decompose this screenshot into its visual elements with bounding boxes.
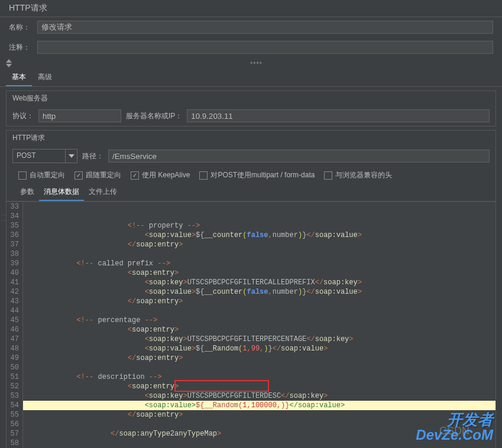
code-line[interactable] <box>23 306 495 316</box>
follow-redirect-label: 跟随重定向 <box>86 170 121 180</box>
protocol-input[interactable] <box>38 109 121 122</box>
method-value: POST <box>12 149 66 163</box>
name-input[interactable] <box>37 21 493 34</box>
browser-compat-checkbox[interactable] <box>324 171 332 180</box>
code-line[interactable]: <soap:key>UTSCSPBCPCFGFILTERCALLEDPREFIX… <box>23 278 495 287</box>
code-line[interactable] <box>23 249 495 259</box>
protocol-label: 协议： <box>12 111 34 121</box>
http-request-section: HTTP请求 POST 路径： 自动重定向 跟随重定向 使用 KeepAlive… <box>6 130 496 448</box>
web-server-section: Web服务器 协议： 服务器名称或IP： <box>6 90 496 126</box>
code-area[interactable]: <!-- property --> <soap:value>${__counte… <box>23 202 495 448</box>
code-line[interactable]: <soap:value>${__counter(false,number)}</… <box>23 287 495 297</box>
method-dropdown-icon[interactable] <box>66 149 77 163</box>
panel-title: HTTP请求 <box>0 0 502 17</box>
code-line[interactable]: <soap:value>${__Random(1,100000,)}</soap… <box>23 401 495 410</box>
code-line[interactable]: <soap:key>UTSCSPBCPCFGFILTERDESC</soap:k… <box>23 391 495 401</box>
code-line[interactable]: <soap:entry> <box>23 325 495 335</box>
tab-params[interactable]: 参数 <box>15 184 39 201</box>
code-line[interactable]: </soap:entry> <box>23 353 495 363</box>
code-line[interactable]: <!-- called prefix --> <box>23 259 495 268</box>
auto-redirect-checkbox[interactable] <box>18 171 27 180</box>
name-label: 名称： <box>9 22 33 33</box>
tab-body-data[interactable]: 消息体数据 <box>39 184 84 201</box>
code-line[interactable]: <!-- property --> <box>23 221 495 231</box>
code-editor[interactable]: 3334353637383940414243444546474849505152… <box>7 202 495 448</box>
method-select[interactable]: POST <box>12 149 77 163</box>
tab-basic[interactable]: 基本 <box>6 69 32 86</box>
comment-label: 注释： <box>9 43 33 53</box>
multipart-checkbox[interactable] <box>199 171 208 180</box>
comment-input[interactable] <box>37 41 493 54</box>
body-tabs: 参数 消息体数据 文件上传 <box>7 184 495 202</box>
code-line[interactable]: <soap:value>${__Random(1,99,)}</soap:val… <box>23 344 495 353</box>
name-row: 名称： <box>0 17 502 37</box>
code-line[interactable] <box>23 420 495 429</box>
line-gutter: 3334353637383940414243444546474849505152… <box>7 202 23 448</box>
path-input[interactable] <box>108 150 490 163</box>
code-line[interactable]: </soap:anyType2anyTypeMap> <box>23 429 495 439</box>
keep-alive-checkbox[interactable] <box>131 171 139 180</box>
browser-compat-label: 与浏览器兼容的头 <box>335 170 392 180</box>
code-line[interactable]: <!-- description --> <box>23 372 495 382</box>
path-label: 路径： <box>82 151 103 161</box>
main-tabs: 基本 高级 <box>0 69 502 87</box>
tab-advanced[interactable]: 高级 <box>32 69 58 86</box>
code-line[interactable]: <soap:entry> <box>23 382 495 391</box>
vertical-handle-icon[interactable]: ⋮⋮ <box>1 213 7 223</box>
code-line[interactable]: <soap:key>UTSCSPBCPCFGFILTERPERCENTAGE</… <box>23 335 495 344</box>
code-line[interactable]: <soap:entry> <box>23 268 495 278</box>
comment-row: 注释： <box>0 37 502 57</box>
auto-redirect-label: 自动重定向 <box>30 170 65 180</box>
code-line[interactable]: <soap:value>${__counter(false,number)}</… <box>23 231 495 240</box>
code-line[interactable]: <!-- percentage --> <box>23 316 495 325</box>
code-line[interactable]: </soap:entry> <box>23 297 495 306</box>
code-line[interactable] <box>23 439 495 448</box>
code-line[interactable] <box>23 363 495 372</box>
code-line[interactable]: </soap:entry> <box>23 410 495 420</box>
resize-toolbar: •••• <box>0 57 502 69</box>
http-request-title: HTTP请求 <box>7 131 495 145</box>
expand-down-icon[interactable] <box>6 64 12 67</box>
follow-redirect-checkbox[interactable] <box>75 171 83 180</box>
web-server-title: Web服务器 <box>7 91 495 106</box>
keep-alive-label: 使用 KeepAlive <box>142 170 190 180</box>
options-row: 自动重定向 跟随重定向 使用 KeepAlive 对POST使用multipar… <box>7 167 495 184</box>
tab-file-upload[interactable]: 文件上传 <box>84 184 122 201</box>
resize-handle[interactable]: •••• <box>17 59 496 67</box>
code-line[interactable]: </soap:entry> <box>23 240 495 249</box>
server-label: 服务器名称或IP： <box>126 111 182 121</box>
server-input[interactable] <box>187 109 490 122</box>
expand-up-icon[interactable] <box>6 59 12 63</box>
multipart-label: 对POST使用multipart / form-data <box>210 170 315 180</box>
